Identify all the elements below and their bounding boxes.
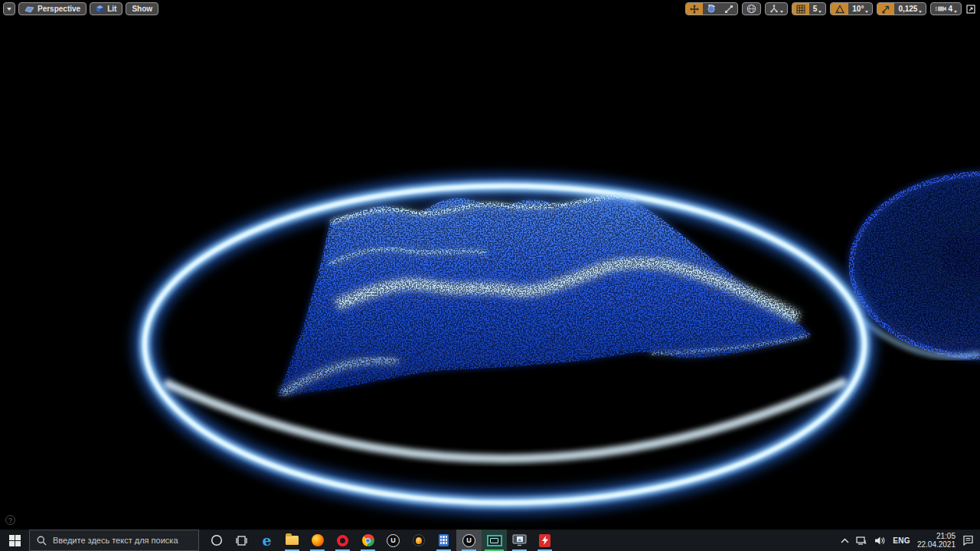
lit-cube-icon (96, 5, 104, 13)
lit-mode-button[interactable]: Lit (90, 2, 122, 15)
surface-snap-icon (769, 5, 779, 14)
perspective-icon (24, 5, 34, 13)
perspective-button[interactable]: Perspective (18, 2, 87, 15)
grid-snap-group: 5 (792, 2, 827, 15)
action-center-icon (962, 535, 974, 546)
scale-snap-value-dropdown[interactable]: 0,125 (894, 3, 926, 15)
rotate-tool-button[interactable] (703, 3, 720, 15)
chevron-down-icon (865, 11, 868, 13)
task-view-icon (235, 535, 248, 546)
tray-network-button[interactable] (856, 536, 867, 546)
surface-snap-button[interactable] (766, 3, 787, 15)
chevron-down-icon (919, 11, 922, 13)
taskbar: e U U (0, 530, 980, 551)
world-space-group (742, 2, 761, 15)
taskbar-task-view-button[interactable] (229, 530, 254, 551)
scale-snap-value: 0,125 (898, 5, 917, 13)
help-button[interactable]: ? (5, 515, 15, 525)
scale-icon (724, 5, 733, 14)
taskbar-fl-studio-button[interactable] (406, 530, 431, 551)
surface-snap-group (765, 2, 788, 15)
taskbar-apps: e U U (204, 530, 557, 551)
transform-tools-group (685, 2, 738, 15)
speaker-icon (874, 536, 886, 546)
rotation-snap-toggle[interactable] (831, 3, 848, 15)
action-center-button[interactable] (962, 535, 974, 546)
taskbar-opera-button[interactable] (330, 530, 355, 551)
taskbar-lightning-tool-button[interactable] (532, 530, 557, 551)
globe-icon (746, 4, 756, 14)
clock-time: 21:05 (917, 532, 956, 540)
tray-clock[interactable]: 21:05 22.04.2021 (917, 532, 956, 549)
unreal-engine-icon: U (387, 534, 400, 547)
viewport-toolbar-right: 5 10° 0,125 (685, 2, 962, 15)
taskbar-file-explorer-button[interactable] (279, 530, 305, 551)
camera-speed-group: 4 (930, 2, 962, 15)
rotate-icon (707, 4, 717, 14)
video-capture-icon (487, 535, 502, 546)
chevron-down-icon (7, 8, 11, 11)
show-label: Show (132, 5, 152, 13)
taskbar-cortana-button[interactable] (204, 530, 229, 551)
rotation-snap-group: 10° (830, 2, 873, 15)
lightning-icon (539, 534, 550, 547)
taskbar-unreal-launcher-button[interactable]: U (381, 530, 406, 551)
help-glyph: ? (8, 517, 12, 524)
chrome-icon (362, 534, 374, 546)
camera-speed-value: 4 (948, 5, 952, 13)
taskbar-firefox-button[interactable] (305, 530, 330, 551)
tray-volume-button[interactable] (874, 536, 886, 546)
chevron-down-icon (818, 11, 822, 13)
show-menu-button[interactable]: Show (126, 2, 158, 15)
taskbar-search[interactable] (29, 530, 199, 551)
taskbar-edge-button[interactable]: e (254, 530, 279, 551)
clock-date: 22.04.2021 (917, 540, 956, 549)
opera-icon (337, 535, 348, 546)
tray-expand-button[interactable] (841, 538, 849, 543)
calculator-icon (439, 534, 449, 546)
rotation-snap-value: 10° (852, 5, 864, 13)
scale-tool-button[interactable] (720, 3, 737, 15)
unreal-engine-icon: U (462, 534, 475, 547)
chevron-down-icon (954, 11, 957, 13)
search-input[interactable] (53, 536, 183, 545)
edge-icon: e (262, 533, 271, 548)
scale-snap-toggle[interactable] (877, 3, 894, 15)
network-icon (856, 536, 867, 546)
taskbar-photos-button[interactable] (507, 530, 532, 551)
restore-viewport-button[interactable] (965, 4, 976, 15)
viewport-toolbar-left: Perspective Lit Show (3, 2, 158, 15)
chevron-down-icon (780, 11, 783, 13)
taskbar-calculator-button[interactable] (431, 530, 456, 551)
grid-snap-toggle[interactable] (792, 3, 809, 15)
file-explorer-icon (286, 536, 299, 545)
scale-snap-group: 0,125 (877, 2, 926, 15)
camera-speed-icon (935, 5, 946, 13)
restore-viewport-icon (966, 5, 975, 14)
perspective-label: Perspective (38, 5, 80, 13)
photos-icon (512, 534, 527, 546)
grid-snap-value: 5 (813, 5, 818, 13)
rotation-snap-value-dropdown[interactable]: 10° (848, 3, 872, 15)
chevron-up-icon (841, 538, 849, 543)
move-icon (690, 5, 699, 14)
taskbar-chrome-button[interactable] (355, 530, 381, 551)
windows-logo-icon (9, 535, 21, 546)
camera-speed-button[interactable]: 4 (931, 3, 961, 15)
viewport-options-button[interactable] (3, 2, 15, 15)
tray-language-indicator[interactable]: ENG (893, 536, 910, 545)
grid-snap-value-dropdown[interactable]: 5 (809, 3, 826, 15)
taskbar-unreal-editor-button[interactable]: U (456, 530, 482, 551)
start-button[interactable] (0, 530, 29, 551)
cortana-icon (211, 534, 223, 546)
search-icon (37, 536, 47, 546)
lit-label: Lit (107, 5, 116, 13)
taskbar-video-capture-button[interactable] (482, 530, 507, 551)
scale-snap-icon (881, 5, 890, 14)
move-tool-button[interactable] (686, 3, 703, 15)
firefox-icon (312, 534, 324, 546)
world-space-button[interactable] (743, 3, 760, 15)
system-tray: ENG 21:05 22.04.2021 (841, 530, 980, 551)
language-label: ENG (893, 536, 910, 545)
viewport-scene[interactable] (0, 0, 980, 530)
